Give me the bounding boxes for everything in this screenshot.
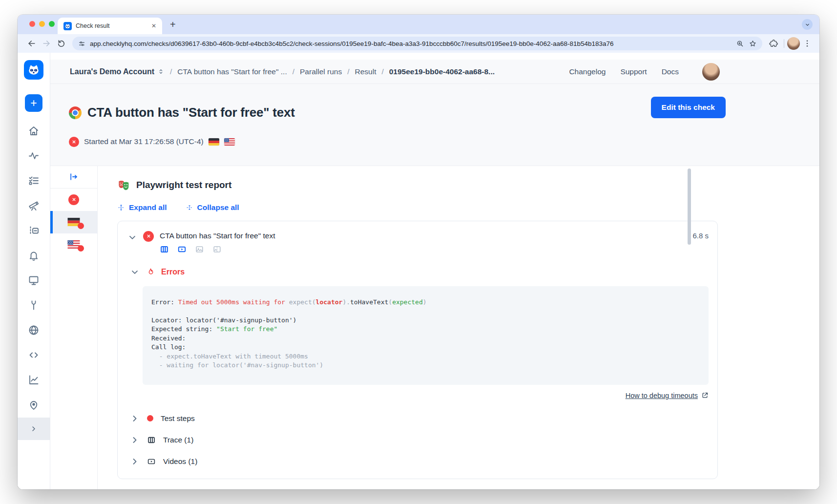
- topnav-links: Changelog Support Docs: [569, 67, 679, 76]
- account-switcher[interactable]: Laura's Demo Account: [70, 67, 165, 76]
- failed-status-icon: [143, 231, 154, 242]
- checkly-logo[interactable]: [24, 60, 43, 80]
- chevron-right-icon[interactable]: [130, 414, 140, 423]
- forward-button[interactable]: [39, 36, 54, 51]
- account-name: Laura's Demo Account: [70, 67, 154, 76]
- chrome-browser-icon: [69, 106, 82, 119]
- failed-status-icon: [68, 194, 79, 205]
- browser-window: Check result ✕ + app.checkl: [18, 15, 819, 489]
- edit-check-button[interactable]: Edit this check: [651, 97, 726, 118]
- new-tab-button[interactable]: +: [170, 20, 176, 29]
- vertical-scrollbar-thumb[interactable]: [688, 168, 691, 245]
- sidebar-item-runbooks[interactable]: [28, 225, 40, 236]
- primary-sidebar: +: [18, 53, 50, 489]
- sidebar-collapse-button[interactable]: [18, 418, 50, 440]
- close-tab-icon[interactable]: ✕: [150, 22, 157, 29]
- page-top-spacer: [50, 53, 819, 60]
- sidebar-item-monitoring[interactable]: [28, 150, 40, 162]
- sidebar-item-alerts[interactable]: [28, 250, 40, 261]
- test-title: CTA button has "Start for free" text: [160, 231, 687, 240]
- browser-tab[interactable]: Check result ✕: [58, 18, 162, 34]
- site-settings-icon[interactable]: [78, 40, 85, 47]
- chevron-right-icon[interactable]: [130, 435, 140, 445]
- trace-section[interactable]: Trace (1): [126, 434, 709, 446]
- chevron-down-icon[interactable]: [127, 232, 137, 242]
- call-log-entry: - expect.toHaveText with timeout 5000ms: [151, 352, 699, 361]
- received-line: Received:: [151, 334, 699, 343]
- test-steps-section[interactable]: Test steps: [126, 412, 709, 425]
- support-link[interactable]: Support: [620, 67, 647, 76]
- failed-run-summary-icon[interactable]: [50, 189, 97, 211]
- reload-button[interactable]: [54, 36, 68, 51]
- debug-timeouts-link[interactable]: How to debug timeouts: [626, 392, 709, 399]
- video-icon: [147, 457, 156, 466]
- sidebar-item-explore[interactable]: [28, 200, 40, 211]
- test-steps-label: Test steps: [161, 414, 195, 423]
- toolbar-divider: [784, 39, 784, 48]
- browser-menu-icon[interactable]: [800, 36, 815, 51]
- changelog-link[interactable]: Changelog: [569, 67, 606, 76]
- breadcrumb-separator: /: [381, 67, 383, 76]
- sidebar-item-private-locations[interactable]: [28, 324, 40, 336]
- zoom-page-icon[interactable]: [736, 40, 744, 48]
- failure-dot-badge: [78, 223, 84, 229]
- started-at-text: Started at Mar 31 17:26:58 (UTC-4): [84, 137, 204, 146]
- chevron-down-icon[interactable]: [130, 267, 140, 277]
- trace-artifact-icon[interactable]: [160, 245, 169, 254]
- extensions-icon[interactable]: [766, 36, 781, 51]
- breadcrumb-result[interactable]: Result: [355, 67, 377, 76]
- checkly-favicon-icon: [63, 22, 72, 30]
- sidebar-item-maintenance[interactable]: [28, 299, 40, 311]
- expand-all-label: Expand all: [129, 203, 167, 212]
- error-output-block: Error: Timed out 5000ms waiting for expe…: [143, 286, 709, 385]
- zoom-window-button[interactable]: [49, 21, 55, 27]
- tab-title: Check result: [76, 22, 146, 29]
- sidebar-item-snippets[interactable]: [28, 349, 40, 361]
- breadcrumb-parallel-runs[interactable]: Parallel runs: [300, 67, 342, 76]
- videos-section[interactable]: Videos (1): [126, 455, 709, 468]
- url-bar[interactable]: app.checklyhq.com/checks/d0639617-63b0-4…: [72, 37, 762, 50]
- collapse-all-button[interactable]: Collapse all: [186, 203, 239, 212]
- debug-timeouts-label: How to debug timeouts: [626, 392, 698, 399]
- location-tab-usa[interactable]: [50, 233, 97, 256]
- errors-section-header[interactable]: Errors: [126, 267, 709, 277]
- run-selector-sidebar: [50, 166, 98, 489]
- external-link-icon: [701, 392, 709, 399]
- docs-link[interactable]: Docs: [662, 67, 679, 76]
- expected-line: Expected string: "Start for free": [151, 325, 699, 334]
- browser-profile-avatar[interactable]: [787, 37, 800, 50]
- video-artifact-icon[interactable]: [177, 245, 187, 254]
- screenshot-artifact-icon: [195, 245, 204, 254]
- bookmark-star-icon[interactable]: [749, 40, 757, 48]
- expand-all-button[interactable]: Expand all: [117, 203, 167, 212]
- error-line: Error: Timed out 5000ms waiting for expe…: [151, 298, 699, 307]
- url-text[interactable]: app.checklyhq.com/checks/d0639617-63b0-4…: [90, 40, 732, 47]
- location-tab-germany[interactable]: [50, 211, 97, 233]
- test-header-row: CTA button has "Start for free" text: [126, 230, 709, 254]
- tab-search-button[interactable]: [802, 19, 813, 30]
- flame-icon: [146, 268, 155, 276]
- sidebar-item-analytics[interactable]: [28, 374, 40, 386]
- sidebar-item-locations[interactable]: [28, 399, 40, 411]
- breadcrumb-separator: /: [347, 67, 349, 76]
- sidebar-item-home[interactable]: [28, 125, 40, 137]
- result-content: Playwright test report Expand all Collap…: [50, 166, 819, 489]
- minimize-window-button[interactable]: [39, 21, 45, 27]
- report-controls: Expand all Collapse all: [117, 203, 718, 212]
- call-log-line: Call log:: [151, 343, 699, 352]
- close-window-button[interactable]: [29, 21, 35, 27]
- selected-indicator: [50, 211, 53, 233]
- sidebar-item-dashboards[interactable]: [28, 274, 40, 286]
- breadcrumb-check[interactable]: CTA button has "Start for free" ...: [177, 67, 287, 76]
- theater-masks-icon: [117, 179, 130, 192]
- user-avatar[interactable]: [702, 63, 720, 81]
- blank-line: [151, 307, 699, 316]
- chevron-right-icon[interactable]: [130, 457, 140, 466]
- sidebar-item-checks[interactable]: [28, 175, 40, 187]
- back-button[interactable]: [24, 36, 39, 51]
- germany-flag-icon: [209, 138, 219, 146]
- app-main: Laura's Demo Account / CTA button has "S…: [50, 53, 819, 489]
- expand-panel-button[interactable]: [50, 166, 97, 189]
- create-new-button[interactable]: +: [25, 94, 42, 112]
- report-heading: Playwright test report: [136, 180, 231, 190]
